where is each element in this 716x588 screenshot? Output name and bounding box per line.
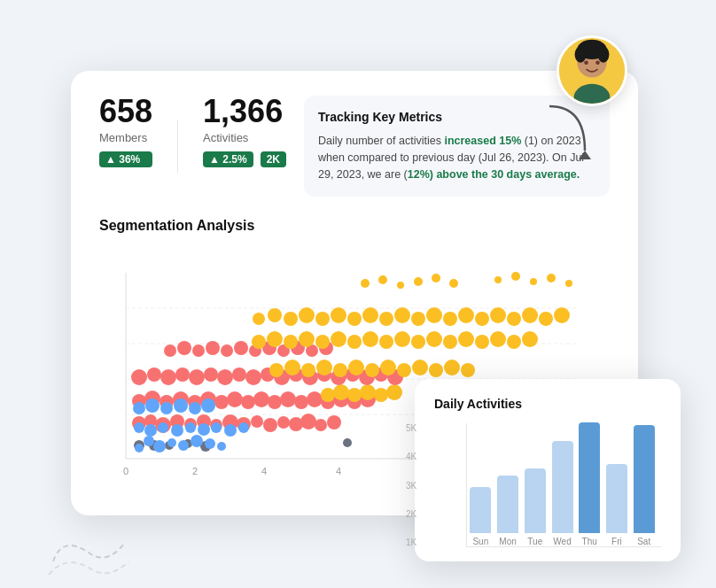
tracking-text-prefix: Daily number of activities — [318, 135, 444, 147]
svg-point-50 — [238, 422, 249, 433]
svg-point-115 — [192, 344, 205, 357]
bar-label-fri: Fri — [611, 537, 622, 546]
svg-point-155 — [443, 312, 457, 326]
members-stat: 658 Members ▲ 36% — [99, 96, 152, 167]
svg-point-17 — [343, 438, 352, 447]
svg-point-141 — [507, 335, 521, 349]
members-label: Members — [99, 131, 152, 144]
svg-point-69 — [321, 388, 335, 402]
svg-point-106 — [365, 363, 379, 377]
bar-group-sat: Sat — [630, 425, 658, 546]
svg-point-101 — [284, 360, 300, 375]
svg-point-157 — [475, 312, 489, 326]
svg-text:2: 2 — [192, 466, 198, 476]
svg-point-85 — [189, 369, 205, 385]
svg-point-161 — [539, 312, 553, 326]
svg-point-154 — [426, 307, 442, 323]
svg-text:4: 4 — [336, 466, 341, 476]
svg-point-173 — [565, 280, 572, 287]
svg-point-133 — [379, 335, 393, 349]
svg-point-113 — [164, 344, 176, 357]
svg-point-135 — [411, 335, 425, 349]
stat-divider — [177, 120, 178, 173]
svg-point-163 — [361, 279, 370, 288]
avatar-svg — [559, 35, 625, 106]
svg-point-23 — [191, 435, 203, 447]
y-label-4k: 4K — [406, 452, 416, 461]
svg-point-72 — [360, 384, 376, 400]
svg-point-39 — [300, 414, 316, 429]
svg-point-18 — [135, 444, 144, 453]
svg-point-25 — [217, 442, 226, 451]
tracking-highlight1: increased 15% — [444, 135, 521, 147]
daily-card: Daily Activities 5K 4K 3K 2K 1K SunMonTu… — [415, 379, 681, 561]
top-section: 658 Members ▲ 36% 1,366 Activities ▲ 2.5… — [99, 96, 610, 197]
svg-point-35 — [251, 415, 263, 428]
svg-point-145 — [284, 312, 298, 326]
svg-point-20 — [153, 440, 166, 453]
doodle-svg — [44, 526, 133, 579]
svg-point-164 — [378, 275, 387, 284]
y-labels: 5K 4K 3K 2K 1K — [406, 423, 416, 547]
svg-point-84 — [175, 368, 190, 382]
svg-point-64 — [307, 391, 323, 407]
svg-point-151 — [379, 312, 393, 326]
svg-point-169 — [494, 276, 502, 283]
bar-label-sat: Sat — [637, 537, 650, 546]
svg-point-130 — [331, 331, 346, 347]
svg-point-80 — [201, 398, 215, 413]
svg-text:4: 4 — [261, 466, 267, 476]
avatar — [556, 35, 627, 106]
svg-point-150 — [362, 307, 378, 323]
svg-point-116 — [206, 341, 220, 355]
bar-label-tue: Tue — [527, 537, 542, 546]
svg-point-43 — [144, 424, 157, 437]
svg-point-109 — [412, 360, 428, 375]
svg-point-165 — [397, 282, 404, 289]
svg-point-88 — [232, 368, 246, 382]
members-number: 658 — [99, 96, 152, 128]
svg-point-103 — [316, 360, 332, 375]
svg-point-170 — [511, 272, 520, 281]
svg-point-61 — [268, 395, 282, 409]
bar-fri — [606, 464, 627, 533]
svg-point-110 — [429, 363, 443, 377]
y-label-5k: 5K — [406, 423, 416, 433]
scene: 658 Members ▲ 36% 1,366 Activities ▲ 2.5… — [18, 18, 698, 588]
svg-point-114 — [177, 341, 191, 355]
svg-point-77 — [160, 402, 173, 414]
svg-point-142 — [522, 331, 538, 347]
svg-point-126 — [267, 331, 283, 347]
bar-group-thu: Thu — [576, 422, 603, 546]
svg-point-44 — [158, 422, 168, 433]
svg-point-117 — [221, 344, 233, 357]
svg-point-46 — [185, 422, 196, 433]
activities-stat: 1,366 Activities ▲ 2.5% 2K — [203, 96, 286, 167]
svg-point-153 — [411, 312, 425, 326]
svg-point-127 — [284, 335, 298, 349]
bar-sat — [634, 425, 655, 533]
bar-chart: SunMonTueWedThuFriSat — [466, 423, 661, 547]
svg-point-58 — [227, 391, 243, 407]
members-badge: ▲ 36% — [99, 151, 152, 167]
svg-point-139 — [475, 335, 489, 349]
bar-label-sun: Sun — [472, 537, 488, 546]
svg-point-172 — [547, 274, 556, 282]
svg-point-75 — [133, 402, 145, 414]
svg-point-70 — [333, 384, 349, 400]
svg-point-57 — [214, 395, 229, 409]
svg-point-132 — [362, 331, 378, 347]
svg-point-129 — [315, 335, 330, 349]
bar-group-mon: Mon — [494, 476, 522, 546]
svg-point-60 — [253, 391, 269, 407]
svg-point-105 — [348, 360, 364, 375]
bar-chart-wrapper: 5K 4K 3K 2K 1K SunMonTueWedThuFriSat — [434, 423, 661, 547]
svg-point-87 — [217, 369, 233, 385]
svg-point-144 — [268, 308, 282, 322]
svg-point-73 — [374, 388, 388, 402]
bar-mon — [497, 476, 518, 533]
y-label-1k: 1K — [406, 538, 416, 547]
svg-point-40 — [315, 419, 327, 431]
tracking-box: Tracking Key Metrics Daily number of act… — [304, 96, 610, 197]
daily-title: Daily Activities — [434, 397, 661, 411]
